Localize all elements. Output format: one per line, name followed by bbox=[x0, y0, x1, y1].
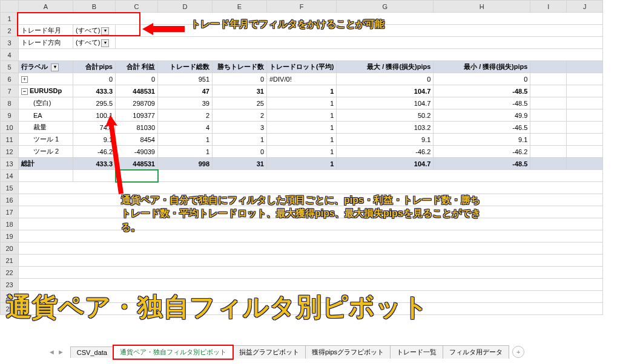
row-23[interactable]: 23 bbox=[1, 279, 19, 291]
cell[interactable] bbox=[19, 49, 603, 61]
hdr-mingain[interactable]: 最小 / 獲得(損失)pips bbox=[434, 61, 530, 73]
cell[interactable]: 448531 bbox=[116, 85, 158, 97]
dropdown-icon[interactable] bbox=[51, 63, 59, 71]
col-E[interactable]: E bbox=[213, 1, 267, 13]
hdr-lot[interactable]: トレードロット(平均) bbox=[267, 61, 337, 73]
filter-label-trade-direction[interactable]: トレード方向 bbox=[19, 37, 73, 49]
sheet-tab-filter-data[interactable]: フィルタ用データ bbox=[443, 345, 509, 359]
cell[interactable]: 1 bbox=[267, 85, 337, 97]
row-4[interactable]: 4 bbox=[1, 49, 19, 61]
minus-icon[interactable]: − bbox=[21, 88, 28, 95]
cell[interactable]: 1 bbox=[267, 134, 337, 146]
row-14[interactable]: 14 bbox=[1, 170, 19, 182]
plus-icon[interactable]: + bbox=[21, 76, 28, 83]
item-label[interactable]: ツール 2 bbox=[19, 146, 73, 158]
cell[interactable]: 951 bbox=[158, 73, 213, 85]
cell[interactable]: 1 bbox=[213, 134, 267, 146]
cell[interactable] bbox=[19, 13, 603, 25]
hdr-maxgain[interactable]: 最大 / 獲得(損失)pips bbox=[337, 61, 434, 73]
cell[interactable]: 0 bbox=[434, 73, 530, 85]
cell[interactable]: 100.1 bbox=[73, 109, 116, 122]
cell[interactable] bbox=[19, 218, 603, 230]
cell[interactable] bbox=[530, 85, 567, 97]
cell[interactable]: 1 bbox=[267, 97, 337, 109]
row-expand[interactable]: + bbox=[19, 73, 73, 85]
cell[interactable]: 295.5 bbox=[73, 97, 116, 109]
sheet-tab-profit-graph[interactable]: 損益グラフピボット bbox=[232, 345, 306, 359]
item-label[interactable]: 裁量 bbox=[19, 122, 73, 134]
row-5[interactable]: 5 bbox=[1, 61, 19, 73]
cell[interactable]: 998 bbox=[158, 158, 213, 170]
cell[interactable]: 448531 bbox=[116, 158, 158, 170]
row-1[interactable]: 1 bbox=[1, 13, 19, 25]
row-11[interactable]: 11 bbox=[1, 134, 19, 146]
cell[interactable] bbox=[567, 158, 603, 170]
row-13[interactable]: 13 bbox=[1, 158, 19, 170]
cell[interactable]: 47 bbox=[158, 85, 213, 97]
sheet-tab-trade-list[interactable]: トレード一覧 bbox=[390, 345, 443, 359]
cell[interactable]: -48.5 bbox=[434, 97, 530, 109]
cell[interactable]: 31 bbox=[213, 158, 267, 170]
cell[interactable] bbox=[567, 134, 603, 146]
add-sheet-button[interactable]: + bbox=[512, 346, 524, 358]
cell[interactable]: 49.9 bbox=[434, 109, 530, 122]
cell[interactable]: 1 bbox=[158, 134, 213, 146]
col-C[interactable]: C bbox=[116, 1, 158, 13]
cell[interactable]: 1 bbox=[267, 109, 337, 122]
cell[interactable] bbox=[567, 85, 603, 97]
row-18[interactable]: 18 bbox=[1, 218, 19, 230]
cell[interactable]: 298709 bbox=[116, 97, 158, 109]
row-8[interactable]: 8 bbox=[1, 97, 19, 109]
cell[interactable]: 433.3 bbox=[73, 85, 116, 97]
cell[interactable] bbox=[530, 146, 567, 158]
cell[interactable]: 0 bbox=[213, 73, 267, 85]
cell[interactable]: 0 bbox=[73, 73, 116, 85]
cell[interactable] bbox=[19, 255, 603, 267]
cell[interactable] bbox=[73, 170, 116, 182]
col-I[interactable]: I bbox=[530, 1, 567, 13]
cell[interactable]: 1 bbox=[267, 146, 337, 158]
cell[interactable]: -49039 bbox=[116, 146, 158, 158]
row-6[interactable]: 6 bbox=[1, 73, 19, 85]
cell[interactable]: -48.5 bbox=[434, 85, 530, 97]
row-17[interactable]: 17 bbox=[1, 206, 19, 218]
cell[interactable]: -46.2 bbox=[434, 146, 530, 158]
cell[interactable] bbox=[116, 37, 603, 49]
row-21[interactable]: 21 bbox=[1, 255, 19, 267]
row-7[interactable]: 7 bbox=[1, 85, 19, 97]
hdr-wins[interactable]: 勝ちトレード数 bbox=[213, 61, 267, 73]
cell[interactable] bbox=[567, 109, 603, 122]
cell[interactable] bbox=[19, 206, 603, 218]
cell[interactable]: 8454 bbox=[116, 134, 158, 146]
row-9[interactable]: 9 bbox=[1, 109, 19, 122]
cell[interactable]: -48.5 bbox=[434, 158, 530, 170]
cell[interactable]: 9.1 bbox=[337, 134, 434, 146]
filter-label-trade-month[interactable]: トレード年月 bbox=[19, 25, 73, 37]
cell[interactable]: 1 bbox=[267, 122, 337, 134]
cell[interactable] bbox=[567, 73, 603, 85]
cell[interactable]: 433.3 bbox=[73, 158, 116, 170]
item-label[interactable]: ツール 1 bbox=[19, 134, 73, 146]
cell[interactable]: 0 bbox=[337, 73, 434, 85]
col-J[interactable]: J bbox=[567, 1, 603, 13]
cell[interactable]: 2 bbox=[213, 109, 267, 122]
item-label[interactable]: (空白) bbox=[19, 97, 73, 109]
cell[interactable] bbox=[567, 97, 603, 109]
cell[interactable] bbox=[530, 61, 567, 73]
cell[interactable] bbox=[116, 25, 603, 37]
cell[interactable]: 104.7 bbox=[337, 97, 434, 109]
cell[interactable]: 0 bbox=[213, 146, 267, 158]
cell[interactable] bbox=[567, 146, 603, 158]
cell[interactable] bbox=[567, 61, 603, 73]
cell[interactable] bbox=[19, 279, 603, 291]
hdr-profit[interactable]: 合計 利益 bbox=[116, 61, 158, 73]
cell[interactable]: 39 bbox=[158, 97, 213, 109]
row-20[interactable]: 20 bbox=[1, 242, 19, 255]
cell[interactable]: 104.7 bbox=[337, 85, 434, 97]
dropdown-icon[interactable] bbox=[101, 39, 109, 47]
cell[interactable]: 74.8 bbox=[73, 122, 116, 134]
cell[interactable] bbox=[530, 158, 567, 170]
cell[interactable] bbox=[19, 194, 603, 206]
col-H[interactable]: H bbox=[434, 1, 530, 13]
cell[interactable] bbox=[19, 170, 73, 182]
